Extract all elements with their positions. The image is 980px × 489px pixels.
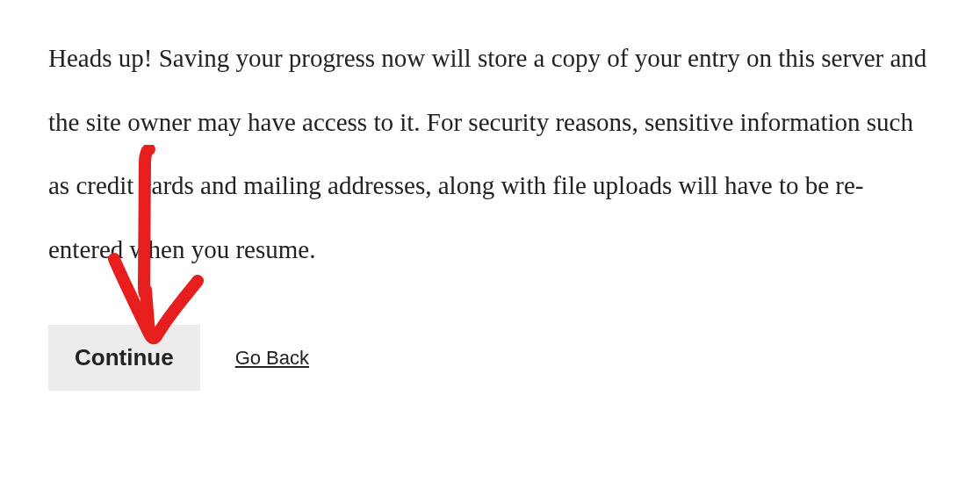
- button-row: Continue Go Back: [48, 325, 932, 391]
- go-back-link[interactable]: Go Back: [235, 347, 309, 370]
- continue-button[interactable]: Continue: [48, 325, 200, 391]
- save-progress-notice: Heads up! Saving your progress now will …: [48, 26, 932, 281]
